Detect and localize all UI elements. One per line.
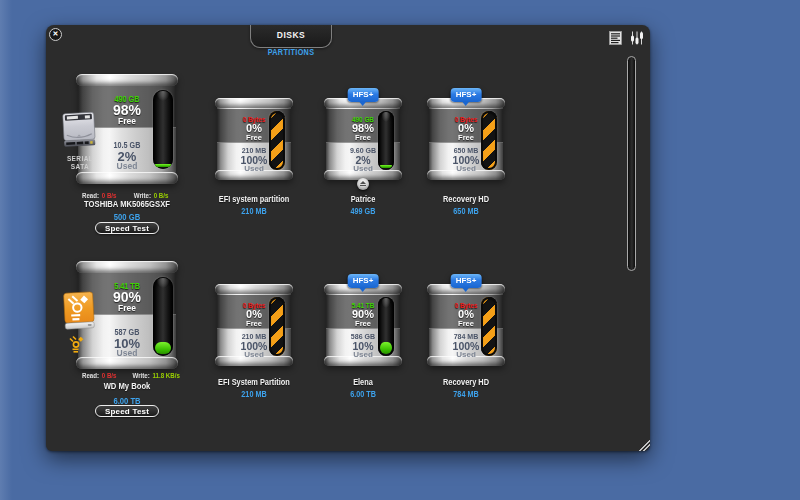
disk-name: WD My Book	[51, 381, 204, 391]
eject-button[interactable]	[357, 178, 369, 190]
read-write-stats: Read:0 B/s Write:11.8 KB/s	[82, 372, 180, 379]
speed-test-button[interactable]: Speed Test	[95, 222, 159, 234]
usage-gauge	[378, 111, 394, 170]
gauge-fill	[380, 342, 392, 354]
usage-gauge-full	[269, 297, 285, 356]
gauge-shine	[381, 298, 391, 308]
write-stat: Write:11.8 KB/s	[133, 372, 180, 379]
firewire-symbol-icon	[68, 335, 86, 357]
resize-grip[interactable]	[637, 438, 650, 451]
app-window: ✕ DISKS PARTITIONS	[46, 25, 650, 451]
disk-name: TOSHIBA MK5065GSXF	[51, 199, 204, 209]
partition-barrel-recovery-2[interactable]: HFS+ 0 Bytes 0% Free 784 MB 100% Used	[427, 284, 505, 366]
partition-size: 650 MB	[398, 206, 534, 216]
speed-test-button[interactable]: Speed Test	[95, 405, 159, 417]
gauge-shine	[381, 112, 391, 122]
write-value: 11.8 KB/s	[153, 372, 180, 379]
disk-size: 500 GB	[51, 212, 204, 222]
usage-gauge	[378, 297, 394, 356]
filesystem-badge: HFS+	[451, 274, 482, 288]
partition-barrel-elena[interactable]: HFS+ 5.41 TB 90% Free 586 GB 10% Used	[324, 284, 402, 366]
vertical-scrollbar[interactable]	[627, 56, 636, 271]
barrel-rim-top	[215, 98, 293, 108]
filesystem-badge: HFS+	[451, 88, 482, 102]
barrel-rim-top	[76, 261, 178, 273]
caption-line: SERIAL	[50, 155, 110, 163]
partition-barrel-efi-1[interactable]: 0 Bytes 0% Free 210 MB 100% Used	[215, 98, 293, 180]
usage-gauge-full	[269, 111, 285, 170]
partition-name: Recovery HD	[400, 194, 531, 204]
write-stat: Write:0 B/s	[133, 192, 168, 199]
desktop: ✕ DISKS PARTITIONS	[0, 0, 800, 500]
report-icon[interactable]	[609, 31, 622, 49]
usage-gauge-full	[481, 297, 497, 356]
read-value: 0 B/s	[102, 372, 117, 379]
read-label: Read:	[82, 192, 99, 199]
caption-line: SATA	[50, 163, 110, 171]
usage-gauge	[153, 90, 173, 169]
gauge-shine	[156, 91, 170, 101]
read-stat: Read:0 B/s	[82, 372, 116, 379]
gauge-fill	[155, 342, 171, 354]
settings-sliders-icon[interactable]	[630, 31, 644, 49]
partition-name: Recovery HD	[400, 377, 531, 387]
barrel-rim-top	[76, 74, 178, 86]
partitions-heading: PARTITIONS	[222, 47, 360, 57]
partition-barrel-recovery-1[interactable]: HFS+ 0 Bytes 0% Free 650 MB 100% Used	[427, 98, 505, 180]
tab-disks[interactable]: DISKS	[250, 25, 332, 48]
read-stat: Read:0 B/s	[82, 192, 116, 199]
partition-size: 784 MB	[398, 389, 534, 399]
usage-gauge-full	[481, 111, 497, 170]
filesystem-badge: HFS+	[348, 274, 379, 288]
read-write-stats: Read:0 B/s Write:0 B/s	[82, 192, 168, 199]
write-label: Write:	[133, 372, 150, 379]
barrel-rim-top	[215, 284, 293, 294]
barrel-rim-bottom	[76, 357, 178, 369]
write-label: Write:	[133, 192, 150, 199]
gauge-fill	[380, 165, 392, 168]
read-label: Read:	[82, 372, 99, 379]
gauge-shine	[156, 278, 170, 288]
filesystem-badge: HFS+	[348, 88, 379, 102]
eject-bar	[360, 185, 366, 187]
partition-barrel-patrice[interactable]: HFS+ 490 GB 98% Free 9.60 GB 2% Used	[324, 98, 402, 180]
drive-interface-caption: SERIAL SATA	[50, 155, 110, 171]
internal-sata-drive-icon	[61, 111, 97, 152]
firewire-external-drive-icon	[61, 291, 97, 335]
eject-triangle	[360, 181, 366, 184]
partition-barrel-efi-2[interactable]: 0 Bytes 0% Free 210 MB 100% Used	[215, 284, 293, 366]
gauge-fill	[155, 164, 171, 167]
usage-gauge	[153, 277, 173, 356]
write-value: 0 B/s	[153, 192, 168, 199]
read-value: 0 B/s	[102, 192, 117, 199]
close-button[interactable]: ✕	[49, 28, 62, 41]
barrel-rim-bottom	[76, 172, 178, 184]
